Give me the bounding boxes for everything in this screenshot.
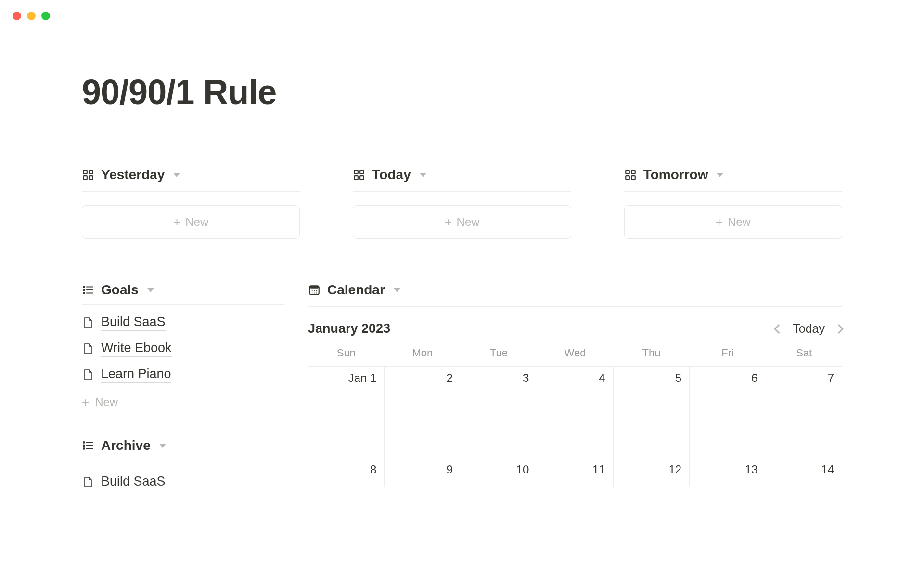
chevron-down-icon xyxy=(394,288,400,292)
page-icon xyxy=(82,368,93,381)
svg-rect-9 xyxy=(631,170,635,174)
new-label: New xyxy=(728,215,751,229)
plus-icon: + xyxy=(716,216,723,228)
lower-section: Goals Build SaaS Write Ebook xyxy=(82,282,842,490)
calendar-cell[interactable]: 4 xyxy=(537,367,613,458)
calendar-cell[interactable]: Jan 1 xyxy=(308,367,385,458)
calendar-nav: Today xyxy=(775,322,842,336)
fullscreen-window-icon[interactable] xyxy=(41,12,50,20)
view-header-yesterday[interactable]: Yesterday xyxy=(82,167,300,192)
archive-item[interactable]: Build SaaS xyxy=(82,474,284,490)
list-icon xyxy=(82,439,94,452)
chevron-down-icon xyxy=(420,173,426,177)
weekday-label: Thu xyxy=(613,347,690,359)
page-icon xyxy=(82,475,93,489)
calendar-today-button[interactable]: Today xyxy=(793,322,825,336)
svg-rect-3 xyxy=(89,176,93,180)
goals-section: Goals Build SaaS Write Ebook xyxy=(82,282,284,409)
goal-title: Write Ebook xyxy=(101,341,172,357)
view-header-tomorrow[interactable]: Tomorrow xyxy=(624,167,842,192)
svg-rect-6 xyxy=(355,176,359,180)
calendar-cell[interactable]: 12 xyxy=(614,458,690,487)
window-traffic-lights xyxy=(13,12,50,20)
svg-rect-5 xyxy=(360,170,364,174)
day-number: 4 xyxy=(599,371,605,385)
minimize-window-icon[interactable] xyxy=(27,12,36,20)
svg-point-31 xyxy=(316,292,317,293)
new-label: New xyxy=(185,215,208,229)
calendar-cell[interactable]: 2 xyxy=(385,367,461,458)
svg-point-26 xyxy=(312,290,313,291)
weekday-label: Tue xyxy=(461,347,537,359)
svg-rect-8 xyxy=(626,170,629,174)
svg-point-30 xyxy=(314,292,315,293)
svg-point-12 xyxy=(83,286,85,288)
new-card-today[interactable]: + New xyxy=(353,205,571,239)
day-number: 2 xyxy=(446,371,452,385)
svg-point-22 xyxy=(83,448,85,449)
svg-rect-0 xyxy=(83,170,87,174)
gallery-icon xyxy=(353,169,365,181)
goal-item[interactable]: Write Ebook xyxy=(82,341,284,357)
goal-title: Build SaaS xyxy=(101,315,166,331)
day-number: 3 xyxy=(523,371,529,385)
svg-point-20 xyxy=(83,445,85,447)
calendar-cell[interactable]: 14 xyxy=(766,458,842,487)
chevron-right-icon[interactable] xyxy=(834,324,844,334)
calendar-cell[interactable]: 5 xyxy=(614,367,690,458)
left-lists-column: Goals Build SaaS Write Ebook xyxy=(82,282,284,490)
plus-icon: + xyxy=(173,216,180,228)
plus-icon: + xyxy=(82,396,89,408)
archive-title: Build SaaS xyxy=(101,474,166,490)
calendar-cell[interactable]: 9 xyxy=(385,458,461,487)
view-today: Today + New xyxy=(353,167,571,239)
svg-rect-25 xyxy=(309,286,319,288)
view-label: Yesterday xyxy=(101,167,165,183)
chevron-down-icon xyxy=(147,288,154,292)
svg-point-27 xyxy=(314,290,315,291)
svg-point-14 xyxy=(83,289,85,291)
day-number: 12 xyxy=(668,463,681,476)
goal-item[interactable]: Build SaaS xyxy=(82,315,284,331)
view-header-today[interactable]: Today xyxy=(353,167,571,192)
calendar-cell[interactable]: 10 xyxy=(461,458,537,487)
svg-point-18 xyxy=(83,442,85,443)
view-header-calendar[interactable]: Calendar xyxy=(308,282,842,307)
day-number: 11 xyxy=(592,463,605,476)
day-views-row: Yesterday + New Today + New xyxy=(82,167,842,239)
view-label: Archive xyxy=(101,438,151,453)
calendar-section: Calendar January 2023 Today Sun Mon Tue … xyxy=(308,282,842,490)
view-yesterday: Yesterday + New xyxy=(82,167,300,239)
weekday-label: Wed xyxy=(537,347,614,359)
close-window-icon[interactable] xyxy=(13,12,21,20)
svg-rect-11 xyxy=(631,176,635,180)
page-icon xyxy=(82,342,93,355)
chevron-down-icon xyxy=(717,173,723,177)
new-card-yesterday[interactable]: + New xyxy=(82,205,300,239)
view-label: Calendar xyxy=(327,282,385,298)
calendar-cell[interactable]: 11 xyxy=(537,458,613,487)
day-number: 6 xyxy=(751,371,757,385)
calendar-cell[interactable]: 8 xyxy=(308,458,385,487)
chevron-down-icon xyxy=(173,173,180,177)
goal-title: Learn Piano xyxy=(101,367,171,383)
calendar-body: Jan 1 2 3 4 5 6 7 8 9 10 11 12 13 14 xyxy=(308,366,842,487)
page-icon xyxy=(82,316,93,329)
weekday-label: Sun xyxy=(308,347,385,359)
gallery-icon xyxy=(624,169,637,181)
calendar-cell[interactable]: 6 xyxy=(690,367,766,458)
new-card-tomorrow[interactable]: + New xyxy=(624,205,842,239)
day-number: 10 xyxy=(516,463,529,476)
view-header-archive[interactable]: Archive xyxy=(82,438,284,462)
calendar-cell[interactable]: 13 xyxy=(690,458,766,487)
svg-point-28 xyxy=(316,290,317,291)
goal-item[interactable]: Learn Piano xyxy=(82,367,284,383)
calendar-cell[interactable]: 7 xyxy=(766,367,842,458)
view-header-goals[interactable]: Goals xyxy=(82,282,284,305)
calendar-cell[interactable]: 3 xyxy=(461,367,537,458)
calendar-icon xyxy=(308,284,321,296)
svg-point-29 xyxy=(312,292,313,293)
new-goal-button[interactable]: + New xyxy=(82,395,284,409)
new-label: New xyxy=(95,395,118,409)
chevron-left-icon[interactable] xyxy=(774,324,783,334)
